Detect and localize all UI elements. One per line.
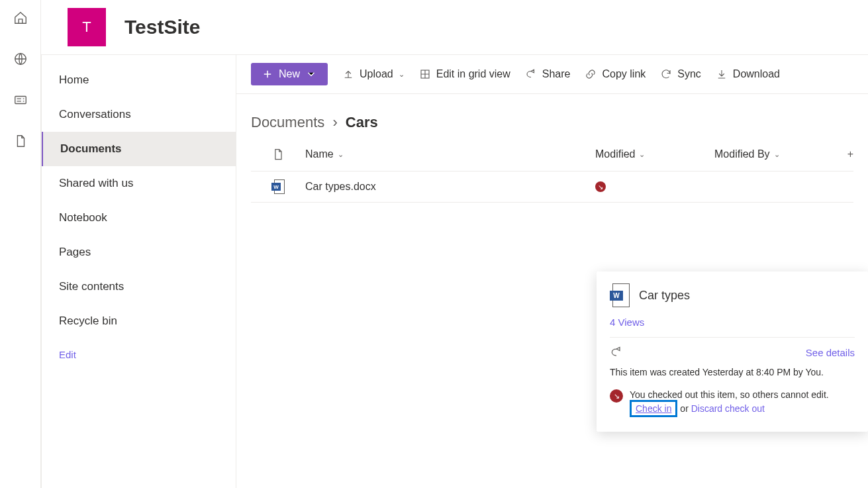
- share-button[interactable]: Share: [525, 68, 571, 80]
- checkin-link[interactable]: Check in: [636, 403, 671, 414]
- breadcrumb-leaf: Cars: [346, 114, 378, 130]
- card-created-text: This item was created Yesterday at 8:40 …: [610, 367, 855, 377]
- command-bar: New Upload ⌄ Edit in grid view Sha: [236, 55, 868, 94]
- checkout-indicator-icon: ↘: [595, 181, 606, 192]
- add-column-button[interactable]: +: [834, 148, 853, 160]
- app-rail: [0, 0, 41, 488]
- grid-view-button[interactable]: Edit in grid view: [419, 68, 510, 80]
- svg-rect-1: [15, 97, 26, 104]
- column-modified[interactable]: Modified⌄: [595, 148, 714, 160]
- nav-edit-link[interactable]: Edit: [42, 338, 236, 371]
- see-details-link[interactable]: See details: [806, 347, 855, 358]
- list-header: Name⌄ Modified⌄ Modified By⌄ +: [251, 138, 853, 171]
- nav-recyclebin[interactable]: Recycle bin: [42, 304, 236, 338]
- nav-documents[interactable]: Documents: [42, 132, 236, 166]
- discard-checkout-link[interactable]: Discard check out: [691, 403, 765, 414]
- file-hover-card: W Car types 4 Views See details This ite…: [597, 271, 868, 432]
- chevron-down-icon: ⌄: [399, 70, 405, 79]
- download-button[interactable]: Download: [716, 68, 780, 80]
- chevron-down-icon: [305, 68, 317, 80]
- new-button[interactable]: New: [251, 63, 328, 85]
- table-row[interactable]: W Car types.docx ↘: [251, 171, 853, 203]
- rail-file-icon[interactable]: [12, 132, 29, 150]
- site-title: TestSite: [124, 16, 200, 38]
- file-list: Name⌄ Modified⌄ Modified By⌄ +: [236, 138, 868, 203]
- chevron-down-icon: ⌄: [338, 150, 344, 159]
- site-nav: Home Conversations Documents Shared with…: [41, 55, 236, 488]
- breadcrumb: Documents › Cars: [236, 94, 868, 138]
- share-icon[interactable]: [610, 346, 623, 359]
- file-name[interactable]: Car types.docx: [305, 181, 376, 193]
- site-logo[interactable]: T: [68, 8, 106, 46]
- nav-conversations[interactable]: Conversations: [42, 97, 236, 132]
- rail-globe-icon[interactable]: [12, 50, 29, 68]
- rail-news-icon[interactable]: [12, 91, 29, 109]
- word-doc-icon: W: [271, 179, 285, 194]
- rail-home-icon[interactable]: [12, 9, 29, 26]
- new-button-label: New: [279, 68, 300, 80]
- column-modifiedby[interactable]: Modified By⌄: [714, 148, 834, 160]
- upload-button[interactable]: Upload ⌄: [342, 68, 405, 80]
- file-type-header-icon[interactable]: [271, 147, 285, 162]
- card-title: Car types: [639, 289, 690, 303]
- nav-notebook[interactable]: Notebook: [42, 201, 236, 235]
- chevron-down-icon: ⌄: [774, 150, 780, 159]
- copylink-button[interactable]: Copy link: [585, 68, 646, 80]
- nav-shared[interactable]: Shared with us: [42, 166, 236, 201]
- checkout-status-icon: ↘: [610, 389, 623, 403]
- breadcrumb-root[interactable]: Documents: [251, 114, 324, 130]
- column-name[interactable]: Name⌄: [305, 148, 595, 160]
- nav-pages[interactable]: Pages: [42, 235, 236, 269]
- word-doc-icon: W: [610, 283, 630, 307]
- chevron-down-icon: ⌄: [639, 150, 645, 159]
- sync-button[interactable]: Sync: [660, 68, 701, 80]
- site-header: T TestSite: [41, 0, 868, 54]
- nav-sitecontents[interactable]: Site contents: [42, 269, 236, 304]
- nav-home[interactable]: Home: [42, 63, 236, 97]
- card-views[interactable]: 4 Views: [610, 317, 855, 328]
- checkout-message: You checked out this item, so others can…: [630, 389, 829, 400]
